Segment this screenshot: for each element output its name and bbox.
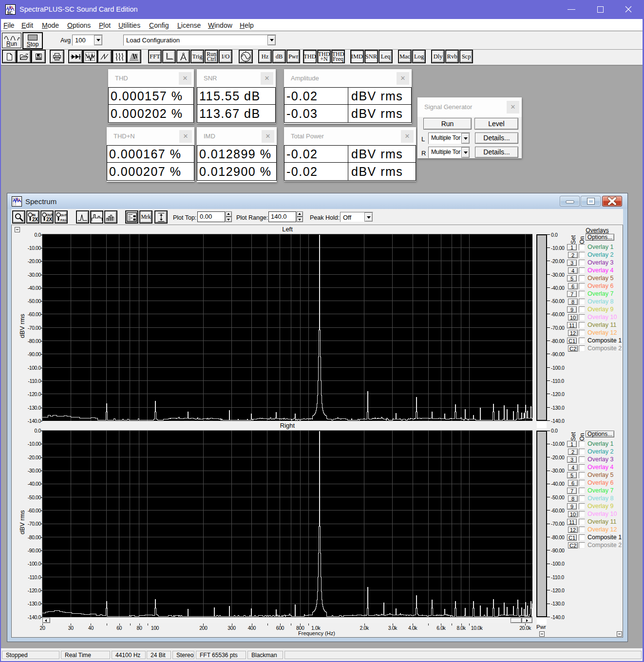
svg-text:OUT: OUT <box>47 213 53 216</box>
svg-text:IN: IN <box>33 213 36 216</box>
svg-text:SC: SC <box>7 10 13 15</box>
svg-text:OUT: OUT <box>61 213 67 216</box>
svg-text:2X: 2X <box>32 217 38 222</box>
svg-text:2X: 2X <box>46 217 52 222</box>
svg-text:FULL: FULL <box>60 219 67 222</box>
